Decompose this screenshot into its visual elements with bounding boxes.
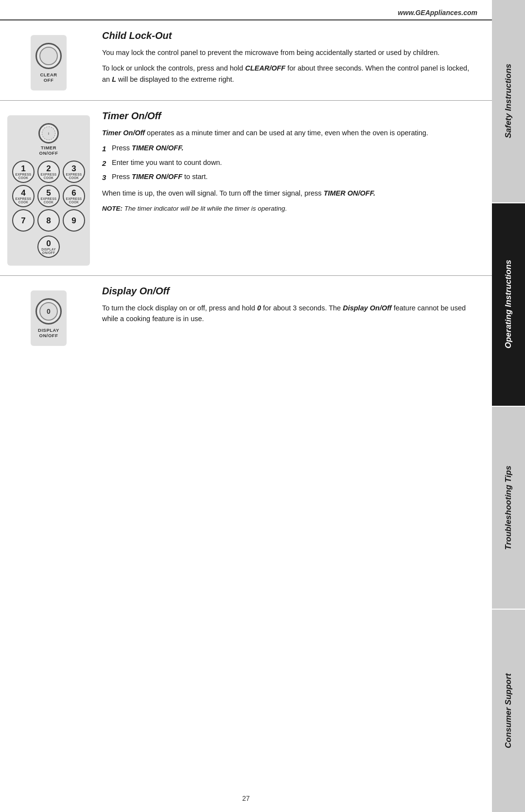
child-lockout-para2-start: To lock or unlock the controls, press an… [102,64,245,72]
sidebar-operating: Operating Instructions [492,203,525,407]
timer-step-1: 1 Press TIMER ON/OFF. [102,143,477,154]
timer-step-1-text: Press TIMER ON/OFF. [112,143,477,154]
sidebar-consumer-label: Consumer Support [504,673,513,748]
display-body: To turn the clock display on or off, pre… [102,303,477,325]
display-icon-area: 0 DISPLAYON/OFF [0,286,97,346]
timer-icon-area: i TIMERON/OFF 1 EXPRESS COOK 2 E [0,110,97,266]
child-lockout-section: CLEAROFF Child Lock-Out You may lock the… [0,20,492,101]
timer-body: Timer On/Off operates as a minute timer … [102,127,477,214]
timer-circle-icon: i [38,123,59,144]
display-section: 0 DISPLAYON/OFF Display On/Off To turn t… [0,276,492,356]
key-7-num: 7 [21,217,25,225]
timer-step-3-text: Press TIMER ON/OFF to start. [112,172,477,182]
child-lockout-content: Child Lock-Out You may lock the control … [97,30,477,90]
website-header: www.GEAppliances.com [0,0,492,20]
key-4-sub: EXPRESS COOK [13,197,34,204]
timer-step-3: 3 Press TIMER ON/OFF to start. [102,172,477,183]
key-8: 8 [37,209,60,232]
timer-title-text: Timer On/Off [102,110,161,121]
display-content: Display On/Off To turn the clock display… [97,286,477,346]
clear-off-label: CLEAROFF [40,72,57,83]
keypad-row-1: 1 EXPRESS COOK 2 EXPRESS COOK 3 EXPRESS … [12,161,85,183]
sidebar-safety: Safety Instructions [492,0,525,203]
display-para: To turn the clock display on or off, pre… [102,303,477,325]
timer-keypad: i TIMERON/OFF 1 EXPRESS COOK 2 E [12,123,85,258]
display-para-bold: 0 [257,304,261,312]
key-6-num: 6 [71,189,76,197]
key-9-num: 9 [71,217,76,225]
clear-off-button-icon [35,43,62,69]
display-para-start: To turn the clock display on or off, pre… [102,304,257,312]
key-5-num: 5 [46,189,51,197]
child-lockout-para2-end: will be displayed to the extreme right. [116,75,234,83]
sidebar: Safety Instructions Operating Instructio… [492,0,525,812]
key-3-sub: EXPRESS COOK [64,173,84,180]
key-2-sub: EXPRESS COOK [38,173,59,180]
key-1: 1 EXPRESS COOK [12,161,35,183]
timer-intro: Timer On/Off operates as a minute timer … [102,127,477,138]
timer-intro-text: operates as a minute timer and can be us… [145,129,428,137]
timer-note: NOTE: The timer indicator will be lit wh… [102,204,477,214]
keypad-row-3: 7 8 9 [12,209,85,232]
display-zero-icon: 0 DISPLAYON/OFF [35,298,62,338]
child-lockout-para2-bold: CLEAR/OFF [245,64,285,72]
display-para-mid: for about 3 seconds. The [261,304,343,312]
display-circle-inner: 0 [39,302,58,321]
key-1-num: 1 [21,164,25,173]
key-7: 7 [12,209,35,232]
key-2: 2 EXPRESS COOK [37,161,60,183]
sidebar-safety-label: Safety Instructions [504,64,513,138]
key-6-sub: EXPRESS COOK [64,197,84,204]
key-0-num: 0 [46,239,51,248]
sidebar-troubleshooting: Troubleshooting Tips [492,407,525,610]
child-lockout-para2-italic: L [112,75,116,83]
display-icon-box: 0 DISPLAYON/OFF [31,290,67,346]
timer-step-1-num: 1 [102,143,112,154]
timer-step-2-num: 2 [102,158,112,169]
display-para-bold2: Display On/Off [343,304,391,312]
child-lockout-icon-area: CLEAROFF [0,30,97,90]
child-lockout-para2: To lock or unlock the controls, press an… [102,63,477,85]
page-number: 27 [0,794,492,802]
child-lockout-body: You may lock the control panel to preven… [102,47,477,85]
key-5-sub: EXPRESS COOK [38,197,59,204]
key-0-sub: DISPLAYON/OFF [41,248,56,254]
timer-after-text: When time is up, the oven will signal. T… [102,188,477,198]
display-label: DISPLAYON/OFF [38,327,59,338]
sidebar-operating-label: Operating Instructions [504,260,513,348]
timer-label: TIMERON/OFF [39,145,58,156]
keypad-row-2: 4 EXPRESS COOK 5 EXPRESS COOK 6 EXPRESS … [12,185,85,207]
timer-intro-bold: Timer On/Off [102,129,145,137]
timer-content: Timer On/Off Timer On/Off operates as a … [97,110,477,266]
key-2-num: 2 [46,164,51,173]
keypad-row-4: 0 DISPLAYON/OFF [37,234,60,258]
timer-icon-box: i TIMERON/OFF 1 EXPRESS COOK 2 E [7,115,90,266]
key-4-num: 4 [21,189,25,197]
key-6: 6 EXPRESS COOK [63,185,85,207]
timer-step-2: 2 Enter time you want to count down. [102,158,477,169]
main-content: www.GEAppliances.com CLEAROFF Child Lock… [0,0,492,812]
clear-off-icon-box: CLEAROFF [31,35,67,90]
timer-step-2-text: Enter time you want to count down. [112,158,477,168]
key-1-sub: EXPRESS COOK [13,173,34,180]
timer-circle-inner: i [42,126,55,140]
timer-note-text: The timer indicator will be lit while th… [124,205,287,212]
clear-off-icon: CLEAROFF [35,43,62,83]
key-8-num: 8 [46,217,51,225]
sidebar-consumer: Consumer Support [492,610,525,812]
key-0: 0 DISPLAYON/OFF [37,235,60,258]
timer-section: i TIMERON/OFF 1 EXPRESS COOK 2 E [0,101,492,276]
timer-step-3-num: 3 [102,172,112,183]
timer-note-label: NOTE: [102,205,124,212]
clear-off-button-inner [39,47,58,65]
display-circle-btn: 0 [35,298,62,325]
child-lockout-title: Child Lock-Out [102,30,477,41]
sidebar-troubleshooting-label: Troubleshooting Tips [504,466,513,550]
timer-button-row: i TIMERON/OFF [38,123,59,156]
website-url: www.GEAppliances.com [398,9,477,17]
key-3-num: 3 [71,164,76,173]
display-title: Display On/Off [102,286,477,297]
key-5: 5 EXPRESS COOK [37,185,60,207]
timer-after-pre: When time is up, the oven will signal. T… [102,189,324,197]
key-3: 3 EXPRESS COOK [63,161,85,183]
